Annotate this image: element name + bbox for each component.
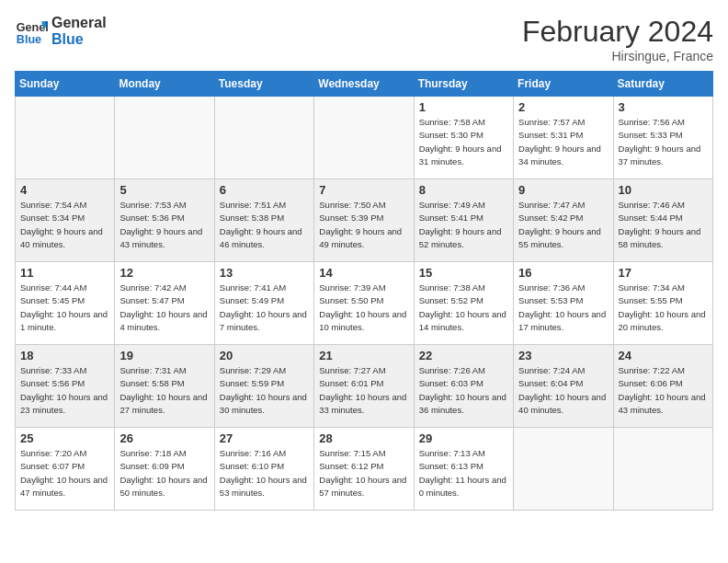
calendar-cell: 1Sunrise: 7:58 AMSunset: 5:30 PMDaylight…	[414, 97, 513, 179]
day-number: 9	[518, 183, 608, 197]
title-block: February 2024 Hirsingue, France	[522, 15, 713, 63]
weekday-header-monday: Monday	[115, 72, 214, 97]
calendar-cell: 10Sunrise: 7:46 AMSunset: 5:44 PMDayligh…	[613, 179, 712, 262]
day-info: Sunrise: 7:41 AMSunset: 5:49 PMDaylight:…	[220, 282, 309, 334]
day-number: 15	[419, 266, 508, 280]
week-row-3: 11Sunrise: 7:44 AMSunset: 5:45 PMDayligh…	[16, 262, 713, 345]
calendar-cell: 2Sunrise: 7:57 AMSunset: 5:31 PMDaylight…	[514, 97, 613, 179]
day-number: 12	[119, 266, 209, 280]
calendar-cell: 26Sunrise: 7:18 AMSunset: 6:09 PMDayligh…	[115, 428, 214, 511]
day-info: Sunrise: 7:44 AMSunset: 5:45 PMDaylight:…	[20, 282, 109, 334]
weekday-header-tuesday: Tuesday	[214, 72, 313, 97]
day-info: Sunrise: 7:57 AMSunset: 5:31 PMDaylight:…	[518, 116, 608, 168]
day-number: 4	[20, 183, 109, 197]
day-info: Sunrise: 7:20 AMSunset: 6:07 PMDaylight:…	[20, 447, 109, 500]
day-number: 13	[220, 266, 309, 280]
day-info: Sunrise: 7:51 AMSunset: 5:38 PMDaylight:…	[220, 199, 309, 251]
calendar-cell: 27Sunrise: 7:16 AMSunset: 6:10 PMDayligh…	[214, 428, 313, 511]
day-info: Sunrise: 7:27 AMSunset: 6:01 PMDaylight:…	[319, 364, 408, 417]
calendar-cell: 23Sunrise: 7:24 AMSunset: 6:04 PMDayligh…	[514, 345, 613, 428]
day-info: Sunrise: 7:58 AMSunset: 5:30 PMDaylight:…	[419, 116, 508, 168]
calendar-cell: 21Sunrise: 7:27 AMSunset: 6:01 PMDayligh…	[314, 345, 414, 428]
calendar-cell: 8Sunrise: 7:49 AMSunset: 5:41 PMDaylight…	[414, 179, 513, 262]
location-subtitle: Hirsingue, France	[522, 49, 713, 63]
week-row-2: 4Sunrise: 7:54 AMSunset: 5:34 PMDaylight…	[16, 179, 713, 262]
day-info: Sunrise: 7:47 AMSunset: 5:42 PMDaylight:…	[518, 199, 608, 251]
calendar-cell: 14Sunrise: 7:39 AMSunset: 5:50 PMDayligh…	[314, 262, 414, 345]
logo-general-text: General	[51, 15, 107, 31]
day-info: Sunrise: 7:38 AMSunset: 5:52 PMDaylight:…	[419, 282, 508, 334]
day-info: Sunrise: 7:50 AMSunset: 5:39 PMDaylight:…	[319, 199, 408, 251]
day-number: 28	[319, 431, 408, 445]
day-number: 11	[20, 266, 109, 280]
calendar-cell: 11Sunrise: 7:44 AMSunset: 5:45 PMDayligh…	[16, 262, 115, 345]
calendar-cell	[613, 428, 712, 511]
calendar-cell: 20Sunrise: 7:29 AMSunset: 5:59 PMDayligh…	[214, 345, 313, 428]
calendar-cell: 22Sunrise: 7:26 AMSunset: 6:03 PMDayligh…	[414, 345, 513, 428]
day-number: 2	[518, 100, 608, 114]
day-info: Sunrise: 7:29 AMSunset: 5:59 PMDaylight:…	[220, 364, 309, 417]
week-row-5: 25Sunrise: 7:20 AMSunset: 6:07 PMDayligh…	[16, 428, 713, 511]
calendar-cell: 15Sunrise: 7:38 AMSunset: 5:52 PMDayligh…	[414, 262, 513, 345]
calendar-table: SundayMondayTuesdayWednesdayThursdayFrid…	[15, 71, 713, 511]
day-number: 8	[419, 183, 508, 197]
weekday-header-row: SundayMondayTuesdayWednesdayThursdayFrid…	[16, 72, 713, 97]
day-number: 3	[619, 100, 708, 114]
logo: General Blue General Blue	[15, 15, 107, 48]
day-info: Sunrise: 7:49 AMSunset: 5:41 PMDaylight:…	[419, 199, 508, 251]
calendar-cell	[314, 97, 414, 179]
page-header: General Blue General Blue February 2024 …	[15, 15, 713, 63]
day-info: Sunrise: 7:13 AMSunset: 6:13 PMDaylight:…	[419, 447, 508, 500]
day-number: 27	[220, 431, 309, 445]
calendar-cell: 29Sunrise: 7:13 AMSunset: 6:13 PMDayligh…	[414, 428, 513, 511]
calendar-cell	[16, 97, 115, 179]
calendar-cell: 13Sunrise: 7:41 AMSunset: 5:49 PMDayligh…	[214, 262, 313, 345]
day-number: 24	[619, 349, 708, 362]
day-info: Sunrise: 7:53 AMSunset: 5:36 PMDaylight:…	[119, 199, 209, 251]
weekday-header-sunday: Sunday	[16, 72, 115, 97]
day-number: 26	[119, 431, 209, 445]
day-info: Sunrise: 7:42 AMSunset: 5:47 PMDaylight:…	[119, 282, 209, 334]
calendar-cell: 16Sunrise: 7:36 AMSunset: 5:53 PMDayligh…	[514, 262, 613, 345]
day-info: Sunrise: 7:54 AMSunset: 5:34 PMDaylight:…	[20, 199, 109, 251]
day-number: 23	[518, 349, 608, 362]
logo-icon: General Blue	[15, 15, 48, 48]
day-number: 25	[20, 431, 109, 445]
day-number: 7	[319, 183, 408, 197]
calendar-cell: 18Sunrise: 7:33 AMSunset: 5:56 PMDayligh…	[16, 345, 115, 428]
calendar-cell: 12Sunrise: 7:42 AMSunset: 5:47 PMDayligh…	[115, 262, 214, 345]
day-number: 29	[419, 431, 508, 445]
calendar-cell: 4Sunrise: 7:54 AMSunset: 5:34 PMDaylight…	[16, 179, 115, 262]
calendar-cell: 19Sunrise: 7:31 AMSunset: 5:58 PMDayligh…	[115, 345, 214, 428]
logo-blue-text: Blue	[51, 31, 107, 48]
day-number: 6	[220, 183, 309, 197]
calendar-cell: 17Sunrise: 7:34 AMSunset: 5:55 PMDayligh…	[613, 262, 712, 345]
calendar-cell	[115, 97, 214, 179]
calendar-cell: 6Sunrise: 7:51 AMSunset: 5:38 PMDaylight…	[214, 179, 313, 262]
day-number: 17	[619, 266, 708, 280]
calendar-cell: 3Sunrise: 7:56 AMSunset: 5:33 PMDaylight…	[613, 97, 712, 179]
day-info: Sunrise: 7:26 AMSunset: 6:03 PMDaylight:…	[419, 364, 508, 417]
calendar-cell: 5Sunrise: 7:53 AMSunset: 5:36 PMDaylight…	[115, 179, 214, 262]
calendar-cell: 25Sunrise: 7:20 AMSunset: 6:07 PMDayligh…	[16, 428, 115, 511]
day-number: 10	[619, 183, 708, 197]
day-info: Sunrise: 7:33 AMSunset: 5:56 PMDaylight:…	[20, 364, 109, 417]
day-number: 5	[119, 183, 209, 197]
day-info: Sunrise: 7:24 AMSunset: 6:04 PMDaylight:…	[518, 364, 608, 417]
weekday-header-thursday: Thursday	[414, 72, 513, 97]
day-number: 18	[20, 349, 109, 362]
day-info: Sunrise: 7:31 AMSunset: 5:58 PMDaylight:…	[119, 364, 209, 417]
day-info: Sunrise: 7:15 AMSunset: 6:12 PMDaylight:…	[319, 447, 408, 500]
calendar-cell: 24Sunrise: 7:22 AMSunset: 6:06 PMDayligh…	[613, 345, 712, 428]
day-number: 19	[119, 349, 209, 362]
day-info: Sunrise: 7:46 AMSunset: 5:44 PMDaylight:…	[619, 199, 708, 251]
calendar-cell: 9Sunrise: 7:47 AMSunset: 5:42 PMDaylight…	[514, 179, 613, 262]
weekday-header-wednesday: Wednesday	[314, 72, 414, 97]
calendar-cell	[214, 97, 313, 179]
day-info: Sunrise: 7:34 AMSunset: 5:55 PMDaylight:…	[619, 282, 708, 334]
day-info: Sunrise: 7:39 AMSunset: 5:50 PMDaylight:…	[319, 282, 408, 334]
calendar-cell	[514, 428, 613, 511]
day-info: Sunrise: 7:56 AMSunset: 5:33 PMDaylight:…	[619, 116, 708, 168]
week-row-1: 1Sunrise: 7:58 AMSunset: 5:30 PMDaylight…	[16, 97, 713, 179]
day-info: Sunrise: 7:16 AMSunset: 6:10 PMDaylight:…	[220, 447, 309, 500]
